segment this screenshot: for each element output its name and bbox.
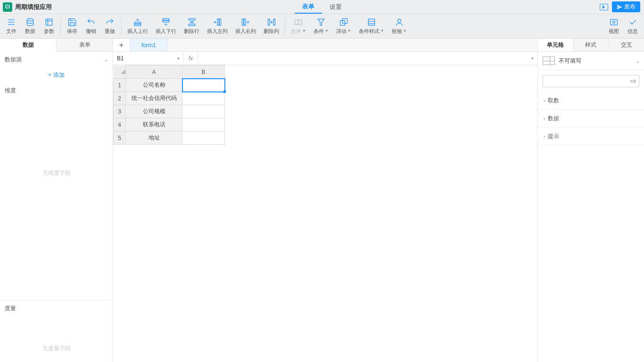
tool-redo[interactable]: 重做	[100, 14, 119, 38]
tool-float[interactable]: 浮动▼	[332, 14, 355, 38]
right-tab-interact[interactable]: 交互	[609, 39, 644, 51]
tool-insert-col-right[interactable]: 插入右列	[231, 14, 260, 38]
cell-reference-box[interactable]: B1 ▾	[113, 52, 184, 65]
svg-rect-12	[163, 21, 169, 22]
tool-params[interactable]: 参数	[40, 14, 58, 38]
add-sheet-button[interactable]: +	[113, 39, 130, 51]
spreadsheet-grid[interactable]: A B 1 公司名称 2 统一社会信用代码 3 公司规模	[113, 65, 537, 362]
cell-b4[interactable]	[182, 118, 225, 132]
col-header-a[interactable]: A	[126, 66, 182, 79]
left-tab-data[interactable]: 数据	[0, 39, 57, 52]
cell-a2[interactable]: 统一社会信用代码	[126, 92, 182, 105]
datasource-label: 数据源	[5, 56, 22, 64]
cell-a5[interactable]: 地址	[126, 132, 182, 145]
cell-b5[interactable]	[182, 132, 225, 145]
svg-point-3	[27, 19, 33, 21]
section-fetch[interactable]: ›取数	[538, 92, 644, 110]
row-header-3[interactable]: 3	[114, 105, 126, 118]
chevron-down-icon[interactable]: ▾	[531, 56, 534, 61]
row-header-4[interactable]: 4	[114, 118, 126, 132]
svg-rect-8	[134, 24, 140, 25]
left-panel: 数据 表单 数据源 ⌄ + 添加 维度 无维度字段 度量 无度量字段	[0, 39, 113, 362]
tool-view-label: 视图	[609, 28, 619, 35]
right-panel: 单元格 样式 交互 不可填写 ⌄ =x ›取数 ›数据 ›提示	[538, 39, 644, 362]
tool-insert-row-below[interactable]: 插入下行	[152, 14, 180, 38]
tool-validate[interactable]: 校验▼	[388, 14, 411, 38]
formula-input[interactable]: ▾	[198, 52, 537, 65]
cell-b1[interactable]	[182, 79, 225, 92]
tool-save-label: 保存	[67, 28, 77, 35]
tool-merge-label: 合并	[291, 28, 301, 35]
row-header-1[interactable]: 1	[114, 79, 126, 92]
tool-save[interactable]: 保存	[63, 14, 82, 38]
tool-validate-label: 校验	[392, 28, 402, 35]
cell-reference-bar: B1 ▾ fx ▾	[113, 52, 537, 65]
no-measure-placeholder: 无度量字段	[0, 316, 113, 362]
top-bar: CI 周期填报应用 表单 设置 发布	[0, 0, 644, 14]
left-panel-tabs: 数据 表单	[0, 39, 113, 52]
tool-delete-col[interactable]: 删除列	[260, 14, 283, 38]
tool-info[interactable]: 信息	[623, 14, 642, 38]
svg-marker-33	[318, 19, 324, 25]
row-header-2[interactable]: 2	[114, 92, 126, 105]
right-tab-style[interactable]: 样式	[573, 39, 609, 51]
select-all-corner[interactable]	[114, 66, 126, 79]
svg-rect-28	[273, 19, 275, 25]
svg-rect-24	[244, 19, 246, 25]
cell-a4[interactable]: 联系电话	[126, 118, 182, 132]
publish-button[interactable]: 发布	[612, 1, 640, 12]
cell-a3[interactable]: 公司规模	[126, 105, 182, 118]
cell-b2[interactable]	[182, 92, 225, 105]
row-header-5[interactable]: 5	[114, 132, 126, 145]
fx-icon[interactable]: fx	[184, 52, 198, 65]
right-tab-cell[interactable]: 单元格	[538, 39, 573, 51]
fill-type-row[interactable]: 不可填写 ⌄	[538, 52, 644, 70]
svg-rect-4	[46, 19, 52, 25]
sheet-tabs: + form1	[113, 39, 537, 52]
svg-rect-23	[242, 19, 244, 25]
tool-data[interactable]: 数据	[21, 14, 40, 38]
svg-point-39	[397, 19, 401, 22]
section-hint-label: 提示	[548, 132, 559, 140]
right-panel-tabs: 单元格 样式 交互	[538, 39, 644, 52]
datasource-section-header[interactable]: 数据源 ⌄	[0, 52, 113, 67]
chevron-down-icon[interactable]: ⌄	[636, 58, 639, 64]
tool-delete-row[interactable]: 删除行	[180, 14, 203, 38]
tool-insert-col-left[interactable]: 插入左列	[203, 14, 231, 38]
svg-rect-27	[268, 19, 269, 25]
sheet-tab-form1[interactable]: form1	[130, 39, 168, 51]
tab-settings[interactable]: 设置	[322, 0, 349, 14]
chevron-down-icon[interactable]: ⌄	[104, 57, 108, 62]
section-data[interactable]: ›数据	[538, 110, 644, 128]
chevron-down-icon[interactable]: ▾	[177, 56, 180, 61]
tool-condition-label: 条件	[314, 28, 324, 35]
add-datasource-button[interactable]: + 添加	[0, 67, 113, 83]
main-area: 数据 表单 数据源 ⌄ + 添加 维度 无维度字段 度量 无度量字段 + for…	[0, 39, 644, 362]
svg-rect-15	[189, 19, 195, 20]
tool-file[interactable]: 文件	[2, 14, 21, 38]
col-header-b[interactable]: B	[182, 66, 225, 79]
tool-del-col-label: 删除列	[264, 28, 279, 35]
app-logo: CI	[3, 2, 12, 12]
preview-icon[interactable]	[600, 4, 608, 10]
chevron-right-icon: ›	[544, 98, 545, 103]
toolbar-separator	[285, 17, 285, 35]
measure-label: 度量	[5, 304, 16, 313]
tool-insert-row-above[interactable]: 插入上行	[124, 14, 152, 38]
tool-merge[interactable]: 合并▼	[287, 14, 310, 38]
section-hint[interactable]: ›提示	[538, 128, 644, 146]
expression-input[interactable]: =x	[543, 75, 639, 87]
tool-ins-row-above-label: 插入上行	[127, 28, 148, 35]
tool-cond-style[interactable]: 条件样式▼	[355, 14, 388, 38]
svg-rect-20	[219, 19, 221, 25]
cell-b3[interactable]	[182, 105, 225, 118]
tool-view[interactable]: 视图	[604, 14, 623, 38]
tool-undo[interactable]: 撤销	[82, 14, 100, 38]
tab-form[interactable]: 表单	[295, 0, 322, 14]
cell-a1[interactable]: 公司名称	[126, 79, 182, 92]
fill-type-label: 不可填写	[559, 57, 581, 65]
svg-rect-11	[163, 19, 169, 20]
tool-condition[interactable]: 条件▼	[310, 14, 332, 38]
left-tab-form[interactable]: 表单	[57, 39, 113, 51]
svg-rect-40	[611, 19, 618, 25]
